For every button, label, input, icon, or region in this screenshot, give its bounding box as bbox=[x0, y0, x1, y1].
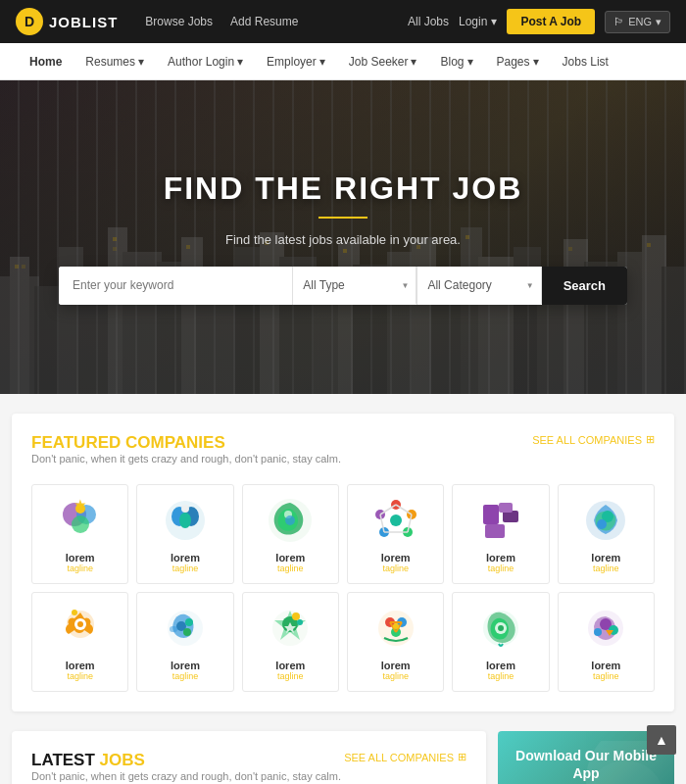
svg-point-47 bbox=[179, 513, 191, 528]
company-name: lorem bbox=[171, 660, 200, 671]
svg-rect-64 bbox=[485, 524, 505, 538]
company-card[interactable]: lorem tagline bbox=[452, 592, 549, 692]
search-bar: All Type All Category Search bbox=[59, 267, 627, 305]
svg-point-69 bbox=[597, 519, 607, 529]
company-name: lorem bbox=[591, 660, 620, 671]
company-name: lorem bbox=[486, 660, 515, 671]
category-select[interactable]: All Category bbox=[417, 267, 541, 304]
language-button[interactable]: 🏳 ENG ▾ bbox=[605, 11, 670, 33]
companies-grid: lorem tagline lorem tagline bbox=[31, 484, 655, 692]
company-tagline: tagline bbox=[277, 671, 304, 681]
nav-job-seeker[interactable]: Job Seeker ▾ bbox=[339, 43, 427, 80]
jobseeker-dropdown-icon: ▾ bbox=[411, 55, 416, 69]
section-header: FEATURED COMPANIES Don't panic, when it … bbox=[31, 433, 655, 480]
category-select-wrapper[interactable]: All Category bbox=[416, 267, 541, 305]
company-logo bbox=[55, 603, 106, 654]
company-logo bbox=[580, 603, 631, 654]
company-logo bbox=[265, 603, 316, 654]
company-tagline: tagline bbox=[67, 671, 93, 681]
svg-point-97 bbox=[594, 628, 602, 636]
type-select[interactable]: All Type bbox=[293, 267, 416, 304]
latest-jobs-header: LATEST JOBS Don't panic, when it gets cr… bbox=[31, 751, 466, 784]
svg-point-72 bbox=[77, 621, 83, 627]
nav-blog[interactable]: Blog ▾ bbox=[430, 43, 482, 80]
company-card[interactable]: lorem tagline bbox=[558, 592, 655, 692]
company-card[interactable]: lorem tagline bbox=[242, 592, 339, 692]
top-nav-right: All Jobs Login ▾ Post A Job 🏳 ENG ▾ bbox=[408, 9, 670, 34]
company-logo bbox=[370, 495, 421, 546]
add-resume-link[interactable]: Add Resume bbox=[230, 15, 298, 28]
company-card[interactable]: lorem tagline bbox=[136, 484, 233, 584]
svg-point-41 bbox=[72, 515, 89, 533]
svg-line-58 bbox=[396, 505, 412, 514]
browse-jobs-link[interactable]: Browse Jobs bbox=[145, 15, 213, 28]
hero-underline bbox=[318, 217, 368, 219]
nav-home[interactable]: Home bbox=[20, 43, 72, 80]
chevron-up-icon: ▲ bbox=[655, 732, 668, 748]
post-job-button[interactable]: Post A Job bbox=[507, 9, 595, 34]
company-name: lorem bbox=[171, 552, 200, 564]
company-tagline: tagline bbox=[67, 564, 93, 573]
hero-content: FIND THE RIGHT JOB Find the latest jobs … bbox=[0, 171, 686, 305]
svg-point-93 bbox=[498, 625, 504, 631]
top-nav-links: Browse Jobs Add Resume bbox=[145, 15, 392, 28]
type-select-wrapper[interactable]: All Type bbox=[293, 267, 416, 305]
company-logo bbox=[160, 495, 211, 546]
featured-title: FEATURED COMPANIES bbox=[31, 433, 341, 453]
see-all-companies-link[interactable]: SEE ALL COMPANIES ⊞ bbox=[532, 433, 655, 446]
svg-rect-78 bbox=[170, 626, 177, 632]
logo-icon: D bbox=[16, 8, 43, 35]
company-tagline: tagline bbox=[382, 564, 409, 573]
lang-dropdown-icon: ▾ bbox=[656, 16, 662, 28]
see-all-jobs-link[interactable]: SEE ALL COMPANIES ⊞ bbox=[344, 751, 466, 763]
section-title-group: FEATURED COMPANIES Don't panic, when it … bbox=[31, 433, 341, 480]
company-logo bbox=[265, 495, 316, 546]
nav-author-login[interactable]: Author Login ▾ bbox=[158, 43, 253, 80]
company-card[interactable]: lorem tagline bbox=[31, 484, 128, 584]
nav-pages[interactable]: Pages ▾ bbox=[487, 43, 549, 80]
featured-companies-section: FEATURED COMPANIES Don't panic, when it … bbox=[12, 414, 674, 711]
company-card[interactable]: lorem tagline bbox=[347, 592, 444, 692]
company-card[interactable]: lorem tagline bbox=[558, 484, 655, 584]
company-tagline: tagline bbox=[172, 564, 199, 573]
svg-point-57 bbox=[390, 514, 402, 526]
grid-icon: ⊞ bbox=[458, 751, 466, 763]
brand-name: JOBLIST bbox=[49, 14, 118, 30]
hero-subtitle: Find the latest jobs available in your a… bbox=[39, 232, 647, 247]
latest-jobs-title-group: LATEST JOBS Don't panic, when it gets cr… bbox=[31, 751, 341, 784]
company-card[interactable]: lorem tagline bbox=[136, 592, 233, 692]
company-name: lorem bbox=[275, 552, 305, 564]
svg-point-51 bbox=[285, 515, 295, 525]
login-button[interactable]: Login ▾ bbox=[459, 15, 497, 28]
company-card[interactable]: lorem tagline bbox=[347, 484, 444, 584]
nav-employer[interactable]: Employer ▾ bbox=[257, 43, 335, 80]
company-name: lorem bbox=[66, 552, 95, 564]
scroll-to-top-button[interactable]: ▲ bbox=[647, 725, 676, 755]
svg-point-82 bbox=[297, 619, 303, 625]
company-tagline: tagline bbox=[172, 671, 199, 681]
search-button[interactable]: Search bbox=[542, 267, 627, 305]
svg-point-77 bbox=[183, 628, 191, 636]
company-tagline: tagline bbox=[488, 671, 514, 681]
keyword-input[interactable] bbox=[59, 267, 293, 305]
company-tagline: tagline bbox=[277, 564, 304, 573]
svg-rect-66 bbox=[499, 503, 513, 513]
nav-jobs-list[interactable]: Jobs List bbox=[553, 43, 618, 80]
secondary-nav: Home Resumes ▾ Author Login ▾ Employer ▾… bbox=[0, 43, 686, 80]
employer-dropdown-icon: ▾ bbox=[319, 55, 325, 69]
hero-section: FIND THE RIGHT JOB Find the latest jobs … bbox=[0, 80, 686, 394]
company-card[interactable]: lorem tagline bbox=[242, 484, 339, 584]
hero-title: FIND THE RIGHT JOB bbox=[39, 171, 647, 207]
company-logo bbox=[580, 495, 631, 546]
logo-area[interactable]: D JOBLIST bbox=[16, 8, 118, 35]
svg-point-48 bbox=[181, 505, 189, 513]
nav-resumes[interactable]: Resumes ▾ bbox=[75, 43, 154, 80]
svg-line-62 bbox=[380, 505, 396, 514]
flag-icon: 🏳 bbox=[613, 16, 624, 27]
company-name: lorem bbox=[66, 660, 95, 671]
all-jobs-label: All Jobs bbox=[408, 15, 449, 28]
company-card[interactable]: lorem tagline bbox=[452, 484, 549, 584]
svg-rect-63 bbox=[483, 505, 499, 524]
company-logo bbox=[160, 603, 211, 654]
company-card[interactable]: lorem tagline bbox=[31, 592, 128, 692]
